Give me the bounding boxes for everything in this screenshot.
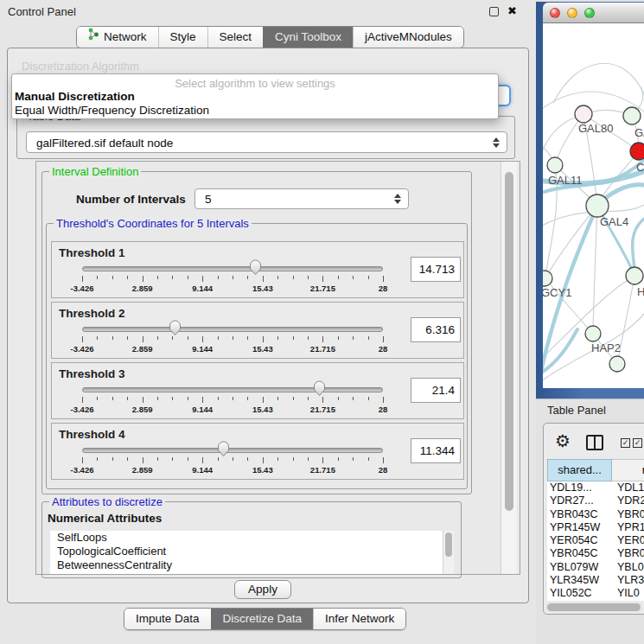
slider-tick [277,276,278,279]
table-row[interactable]: YBR045CYBR0 [547,547,644,560]
tab-cyni-toolbox[interactable]: Cyni Toolbox [263,27,353,48]
threshold-value-field[interactable]: 6.316 [411,317,461,342]
checkbox-icon[interactable]: ✓ [621,438,630,448]
network-node[interactable] [575,105,592,123]
slider-tick [293,276,294,279]
slider-tick [308,336,309,340]
slider-tick [202,276,203,282]
table-data-combobox[interactable]: galFiltered.sif default node [26,131,507,153]
slider-track[interactable] [82,327,383,332]
algorithm-dropdown-popup: Select algorithm to view settings Manual… [11,73,499,119]
network-node-label: C [636,161,644,174]
table-row[interactable]: YBR043CYBR0 [547,508,644,521]
settings-scrollbar[interactable] [501,162,517,574]
network-edge[interactable] [553,63,644,103]
thresholds-group: Threshold's Coordinates for 5 Intervals … [46,223,468,489]
table-panel: ⚙ ✓ ✓ shared...na YDL19...YDL1YDR27...YD… [543,423,644,615]
window-minimize-light[interactable] [567,8,577,18]
table-data-selected-value: galFiltered.sif default node [36,136,173,149]
tab-label: Infer Network [325,609,394,629]
threshold-value-field[interactable]: 11.344 [411,438,461,463]
tab-style[interactable]: Style [158,27,207,48]
table-cell: YLR3 [612,574,644,587]
network-node[interactable] [547,157,563,173]
network-window-titlebar[interactable] [543,3,644,23]
slider-tick-label: -3.426 [71,344,94,354]
tab-impute-data[interactable]: Impute Data [124,609,211,629]
table-row[interactable]: YDL19...YDL1 [547,481,644,494]
threshold-value-field[interactable]: 21.4 [411,378,461,403]
network-node[interactable] [585,326,601,341]
table-cell: YBR0 [612,547,644,560]
threshold-row: Threshold 4-3.4262.8599.14415.4321.71528… [51,423,464,480]
table-horizontal-scrollbar[interactable] [546,603,643,612]
tab-infer-network[interactable]: Infer Network [313,609,405,629]
numerical-attributes-list[interactable]: SelfLoopsTopologicalCoefficientBetweenne… [50,531,454,574]
table-row[interactable]: YPR145WYPR1 [547,521,644,534]
window-zoom-light[interactable] [584,8,595,18]
slider-tick [188,336,188,340]
threshold-value-field[interactable]: 14.713 [411,257,461,282]
window-close-light[interactable] [550,8,560,18]
slider-track[interactable] [82,266,383,271]
tab-discretize-data[interactable]: Discretize Data [211,609,314,629]
list-scrollbar-thumb[interactable] [445,532,452,557]
checkbox-icon[interactable]: ✓ [633,438,642,448]
control-panel-titlebar: Control Panel ✖ [0,0,536,22]
right-panel: GAL80GACGAL11GAL4GCY1HHAP2 Table Panel ⚙… [536,0,644,644]
network-node[interactable] [626,267,643,284]
slider-thumb[interactable] [312,380,327,397]
slider-tick [172,397,173,400]
algorithm-option[interactable]: Equal Width/Frequency Discretization [12,104,498,118]
network-node[interactable] [630,143,644,160]
tab-network[interactable]: Network [77,27,158,48]
attribute-list-item[interactable]: SelfLoops [50,531,454,545]
slider-tick [247,336,248,340]
slider-thumb[interactable] [168,320,182,336]
algorithm-option[interactable]: Manual Discretization [12,90,498,104]
close-icon[interactable]: ✖ [507,4,517,17]
table-row[interactable]: YER054CYER0 [547,534,644,547]
network-node[interactable] [623,107,641,124]
slider-tick-label: 2.859 [132,284,153,293]
slider-thumb[interactable] [248,259,263,276]
slider-tick [308,276,309,279]
settings-scrollbar-thumb[interactable] [505,172,513,511]
slider-tick [127,276,128,279]
slider-track[interactable] [82,448,383,453]
table-scrollbar-thumb[interactable] [547,603,641,611]
table-row[interactable]: YIL052CYIL0 [547,587,644,600]
network-node-label: GA [634,126,644,139]
tab-select[interactable]: Select [207,27,264,48]
list-scrollbar[interactable] [443,531,454,574]
slider-thumb[interactable] [216,441,231,457]
number-of-intervals-combobox[interactable]: 5 [194,188,409,209]
network-node[interactable] [609,356,625,372]
slider-tick-label: 28 [379,284,388,293]
table-column-header[interactable]: na [612,459,644,481]
table-panel-bar: Table Panel [536,399,644,420]
float-window-icon[interactable] [489,7,499,16]
network-node[interactable] [543,271,552,286]
slider-tick [322,397,323,403]
threshold-row: Threshold 3-3.4262.8599.14415.4321.71528… [51,362,464,419]
slider-track[interactable] [82,387,383,392]
slider-tick [172,457,173,461]
attribute-list-item[interactable]: TopologicalCoefficient [50,545,454,558]
tab-label: Cyni Toolbox [275,27,341,48]
apply-button[interactable]: Apply [234,580,291,599]
table-row[interactable]: YBL079WYBL0 [547,561,644,574]
network-node[interactable] [586,194,609,217]
columns-icon[interactable] [586,435,603,450]
network-edge[interactable] [593,206,597,334]
slider-tick [97,336,98,340]
table-row[interactable]: YLR345WYLR3 [547,574,644,587]
attribute-list-item[interactable]: BetweennessCentrality [50,558,454,572]
gear-icon[interactable]: ⚙ [555,431,571,450]
slider-tick-label: 15.43 [252,465,273,475]
network-canvas[interactable]: GAL80GACGAL11GAL4GCY1HHAP2 [543,23,644,388]
table-row[interactable]: YDR27...YDR2 [547,494,644,507]
tab-jactivemnodules[interactable]: jActiveMNodules [353,27,463,48]
slider-tick [293,336,294,340]
table-column-header[interactable]: shared... [547,459,612,481]
